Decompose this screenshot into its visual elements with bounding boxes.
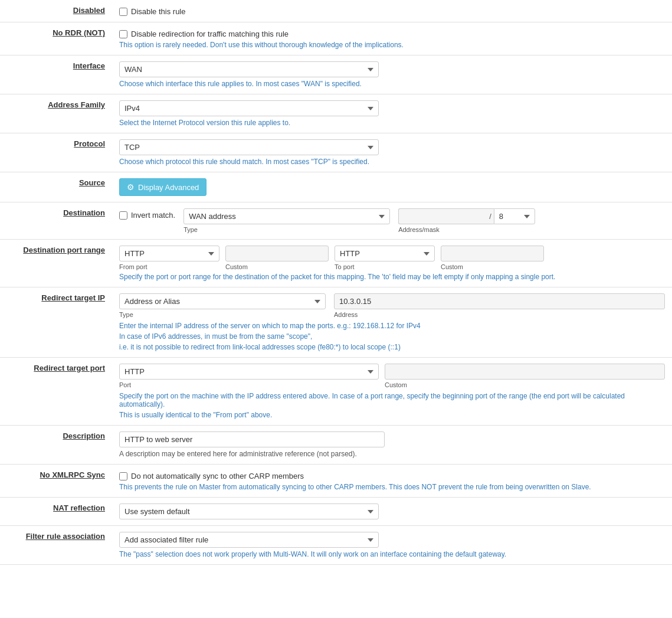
no-xmlrpc-content: Do not automatically sync to other CARP … (112, 465, 672, 498)
destination-invert-label: Invert match. (131, 211, 175, 220)
destination-type-field-label: Type (183, 226, 390, 233)
redirect-ip-address-label: Address (334, 311, 665, 318)
redirect-port-label: Redirect target port (0, 358, 112, 426)
description-row: Description A description may be entered… (0, 426, 672, 465)
protocol-select[interactable]: TCP UDP TCP/UDP ICMP any (119, 139, 379, 155)
description-help: A description may be entered here for ad… (119, 450, 665, 458)
redirect-ip-address-input[interactable] (334, 293, 665, 309)
nat-rule-form: Disabled Disable this rule No RDR (NOT) … (0, 0, 672, 565)
redirect-ip-content: Address or Alias Single host or alias Ty… (112, 287, 672, 358)
redirect-ip-label: Redirect target IP (0, 287, 112, 358)
no-rdr-label: No RDR (NOT) (0, 22, 112, 55)
no-rdr-row: No RDR (NOT) Disable redirection for tra… (0, 22, 672, 55)
redirect-ip-row: Redirect target IP Address or Alias Sing… (0, 287, 672, 358)
protocol-content: TCP UDP TCP/UDP ICMP any Choose which pr… (112, 133, 672, 172)
disabled-content: Disable this rule (112, 0, 672, 22)
protocol-help: Choose which protocol this rule should m… (119, 158, 665, 166)
no-rdr-help: This option is rarely needed. Don't use … (119, 41, 665, 49)
display-advanced-button[interactable]: ⚙ Display Advanced (119, 178, 206, 196)
filter-rule-label: Filter rule association (0, 526, 112, 565)
dest-port-range-content: HTTP HTTPS FTP SSH any (other) From port… (112, 240, 672, 287)
interface-content: WAN LAN OPT1 Choose which interface this… (112, 55, 672, 94)
destination-mask-select[interactable]: 8 16 24 32 (494, 208, 535, 224)
to-port-select[interactable]: HTTP HTTPS FTP SSH any (other) (335, 246, 435, 261)
filter-rule-select[interactable]: Add associated filter rule Pass None (119, 532, 379, 548)
nat-reflection-select[interactable]: Use system default Enable Disable (119, 503, 379, 519)
description-content: A description may be entered here for ad… (112, 426, 672, 465)
nat-reflection-row: NAT reflection Use system default Enable… (0, 498, 672, 526)
dest-port-range-help: Specify the port or port range for the d… (119, 273, 665, 281)
redirect-port-help1: Specify the port on the machine with the… (119, 392, 665, 408)
disabled-checkbox-label: Disable this rule (131, 7, 186, 16)
dest-port-range-row: Destination port range HTTP HTTPS FTP SS… (0, 240, 672, 287)
redirect-port-custom-label: Custom (385, 381, 665, 388)
disabled-row: Disabled Disable this rule (0, 0, 672, 22)
redirect-port-content: HTTP HTTPS FTP SSH any (other) Port Cust… (112, 358, 672, 426)
from-custom-input[interactable] (225, 246, 329, 261)
interface-select[interactable]: WAN LAN OPT1 (119, 61, 379, 77)
no-xmlrpc-label: No XMLRPC Sync (0, 465, 112, 498)
no-xmlrpc-row: No XMLRPC Sync Do not automatically sync… (0, 465, 672, 498)
address-family-label: Address Family (0, 94, 112, 133)
from-port-select[interactable]: HTTP HTTPS FTP SSH any (other) (119, 246, 219, 261)
to-custom-label: Custom (441, 263, 544, 270)
destination-address-input[interactable] (398, 208, 487, 224)
filter-rule-help: The "pass" selection does not work prope… (119, 550, 665, 558)
disabled-checkbox[interactable] (119, 8, 127, 16)
redirect-ip-type-select[interactable]: Address or Alias Single host or alias (119, 293, 326, 309)
redirect-port-select[interactable]: HTTP HTTPS FTP SSH any (other) (119, 364, 379, 380)
redirect-port-custom-input[interactable] (385, 364, 665, 380)
address-family-row: Address Family IPv4 IPv6 IPv4+IPv6 Selec… (0, 94, 672, 133)
redirect-ip-help2: In case of IPv6 addresses, in must be fr… (119, 332, 665, 341)
from-custom-label: Custom (225, 263, 329, 270)
no-xmlrpc-help: This prevents the rule on Master from au… (119, 483, 665, 491)
filter-rule-row: Filter rule association Add associated f… (0, 526, 672, 565)
destination-invert-checkbox[interactable] (119, 211, 127, 220)
nat-reflection-label: NAT reflection (0, 498, 112, 526)
redirect-port-row: Redirect target port HTTP HTTPS FTP SSH … (0, 358, 672, 426)
destination-address-field-label: Address/mask (398, 226, 535, 233)
protocol-label: Protocol (0, 133, 112, 172)
disabled-label: Disabled (0, 0, 112, 22)
redirect-ip-help1: Enter the internal IP address of the ser… (119, 322, 665, 330)
dest-port-range-label: Destination port range (0, 240, 112, 287)
to-port-label: To port (335, 263, 435, 270)
interface-label: Interface (0, 55, 112, 94)
no-rdr-checkbox[interactable] (119, 30, 127, 38)
redirect-ip-type-label: Type (119, 311, 326, 318)
interface-row: Interface WAN LAN OPT1 Choose which inte… (0, 55, 672, 94)
no-xmlrpc-checkbox[interactable] (119, 472, 127, 480)
slash-separator: / (487, 208, 494, 224)
source-label: Source (0, 172, 112, 202)
redirect-port-port-label: Port (119, 381, 379, 388)
address-family-help: Select the Internet Protocol version thi… (119, 119, 665, 127)
source-content: ⚙ Display Advanced (112, 172, 672, 202)
nat-reflection-content: Use system default Enable Disable (112, 498, 672, 526)
description-input[interactable] (119, 431, 385, 447)
redirect-ip-help3: i.e. it is not possible to redirect from… (119, 343, 665, 351)
gear-icon: ⚙ (127, 182, 135, 192)
address-family-select[interactable]: IPv4 IPv6 IPv4+IPv6 (119, 100, 379, 116)
no-rdr-checkbox-label: Disable redirection for traffic matching… (131, 30, 289, 38)
from-port-label: From port (119, 263, 219, 270)
destination-type-select[interactable]: WAN address any Single host or alias Net… (183, 208, 390, 224)
protocol-row: Protocol TCP UDP TCP/UDP ICMP any Choose… (0, 133, 672, 172)
to-custom-input[interactable] (441, 246, 544, 261)
destination-content: Invert match. WAN address any Single hos… (112, 202, 672, 240)
no-rdr-content: Disable redirection for traffic matching… (112, 22, 672, 55)
destination-row: Destination Invert match. WAN address an… (0, 202, 672, 240)
destination-label: Destination (0, 202, 112, 240)
source-row: Source ⚙ Display Advanced (0, 172, 672, 202)
description-label: Description (0, 426, 112, 465)
filter-rule-content: Add associated filter rule Pass None The… (112, 526, 672, 565)
address-family-content: IPv4 IPv6 IPv4+IPv6 Select the Internet … (112, 94, 672, 133)
interface-help: Choose which interface this rule applies… (119, 80, 665, 88)
no-xmlrpc-checkbox-label: Do not automatically sync to other CARP … (131, 472, 304, 480)
redirect-port-help2: This is usually identical to the "From p… (119, 411, 665, 419)
